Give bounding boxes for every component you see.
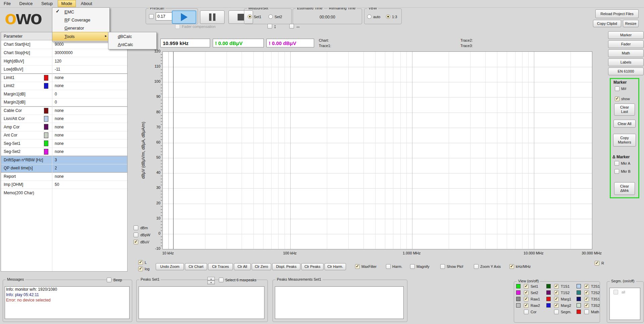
- peaks-measurements-listbox[interactable]: [275, 286, 404, 319]
- select-maxpeaks-checkbox[interactable]: [219, 278, 224, 282]
- view-marg1-checkbox[interactable]: [554, 297, 559, 301]
- param-row[interactable]: Seg-Set2none: [1, 148, 127, 156]
- clear-last-button[interactable]: Clear Last: [614, 104, 635, 116]
- set1-radio[interactable]: [248, 14, 252, 19]
- view-t3s1-checkbox[interactable]: [584, 297, 589, 301]
- param-row[interactable]: Seg-Set1none: [1, 139, 127, 148]
- fader-compensation-checkbox[interactable]: [175, 24, 180, 29]
- fader-tab-button[interactable]: Fader: [608, 40, 644, 48]
- set2-radio[interactable]: [268, 14, 273, 19]
- clear-delta-mrk-button[interactable]: Clear ΔMrk: [614, 182, 635, 195]
- menu-about[interactable]: About: [77, 0, 96, 7]
- view-t1s1-checkbox[interactable]: [554, 284, 559, 289]
- param-row[interactable]: Cable Cornone: [1, 106, 127, 115]
- vertical-fit-checkbox[interactable]: [267, 24, 272, 29]
- show-pk-checkbox[interactable]: [440, 264, 445, 269]
- clr-chart-button[interactable]: Clr Chart: [185, 263, 207, 270]
- play-button[interactable]: [172, 10, 196, 24]
- resize-button[interactable]: Resize: [623, 20, 639, 27]
- menu-mode[interactable]: Mode: [58, 0, 76, 7]
- beep-checkbox[interactable]: [107, 278, 111, 282]
- view-set2-checkbox[interactable]: [524, 290, 529, 295]
- param-row[interactable]: QP dwell time[s]2: [1, 164, 127, 172]
- view-cor-checkbox[interactable]: [524, 310, 529, 314]
- param-row[interactable]: Lisn/Att Cornone: [1, 115, 127, 123]
- displ-peaks-button[interactable]: Displ. Peaks: [272, 263, 300, 270]
- magnify-checkbox[interactable]: [410, 264, 415, 269]
- show-markers-checkbox[interactable]: [615, 96, 620, 101]
- maxfilter-checkbox[interactable]: [355, 264, 360, 269]
- param-row[interactable]: Limit2none: [1, 82, 127, 90]
- peaks-spinner-down[interactable]: ▼: [207, 281, 215, 284]
- labels-tab-button[interactable]: Labels: [608, 58, 644, 66]
- prescan-checkbox[interactable]: [149, 14, 154, 19]
- marker-tab-button[interactable]: Marker: [608, 31, 644, 39]
- vbw-auto-radio[interactable]: [367, 14, 371, 19]
- param-row[interactable]: Reportnone: [1, 172, 127, 180]
- clr-peaks-button[interactable]: Clr Peaks: [301, 263, 324, 270]
- param-row[interactable]: Ant Cornone: [1, 131, 127, 139]
- menu-item-emc[interactable]: ✓ EMC: [52, 8, 109, 16]
- view-raw2-checkbox[interactable]: [524, 303, 529, 308]
- en61000-tab-button[interactable]: EN 61000: [608, 68, 644, 75]
- param-row[interactable]: Low[dBuV]-11: [1, 65, 127, 74]
- menu-setup[interactable]: Setup: [38, 0, 56, 7]
- dbpw-checkbox[interactable]: [134, 233, 138, 237]
- param-row[interactable]: Amp Cornone: [1, 123, 127, 131]
- view-raw1-checkbox[interactable]: [524, 297, 529, 301]
- messages-listbox[interactable]: Info: monitor w/h: 1920/1080Info: play 0…: [5, 286, 130, 319]
- mkr-b-checkbox[interactable]: [614, 169, 619, 174]
- clr-traces-button[interactable]: Clr Traces: [208, 263, 233, 270]
- left-axis-checkbox[interactable]: [138, 260, 143, 265]
- mkr-a-checkbox[interactable]: [614, 161, 619, 166]
- view-t1s2-checkbox[interactable]: [554, 290, 559, 295]
- clr-all-button[interactable]: Clr All: [234, 263, 251, 270]
- undo-zoom-button[interactable]: Undo Zoom: [156, 263, 184, 270]
- zoom-y-axis-checkbox[interactable]: [474, 264, 479, 269]
- view-set1-checkbox[interactable]: [524, 284, 529, 289]
- dbm-checkbox[interactable]: [134, 226, 138, 230]
- vbw-13-radio[interactable]: [386, 14, 390, 19]
- dbuv-checkbox[interactable]: [134, 240, 138, 244]
- right-axis-checkbox[interactable]: [595, 261, 599, 266]
- param-row[interactable]: Chart Stop[Hz]30000000: [1, 49, 127, 57]
- math-tab-button[interactable]: Math: [608, 49, 644, 57]
- peaks-spinner-up[interactable]: ▲: [207, 277, 215, 281]
- view-math-checkbox[interactable]: [584, 310, 589, 314]
- khz-mhz-checkbox[interactable]: [509, 264, 514, 269]
- pause-button[interactable]: [200, 10, 225, 24]
- param-row[interactable]: Margin2[dB]0: [1, 98, 127, 107]
- menu-item-rf-coverage[interactable]: RF Coverage: [52, 16, 109, 24]
- copy-clipbd-button[interactable]: Copy Clipbd: [593, 20, 621, 27]
- menu-item-dbcalc[interactable]: dBCalc: [108, 32, 156, 40]
- m-number-checkbox[interactable]: [615, 86, 620, 91]
- param-row[interactable]: Imp [OHM]50: [1, 180, 127, 189]
- menu-item-generator[interactable]: Generator: [52, 24, 109, 32]
- horizontal-fit-checkbox[interactable]: [289, 24, 294, 29]
- log-scale-checkbox[interactable]: [138, 267, 143, 271]
- peaks-set1-listbox[interactable]: [139, 286, 264, 319]
- menu-file[interactable]: File: [0, 0, 14, 7]
- param-row[interactable]: Limit1none: [1, 73, 127, 82]
- harm-checkbox[interactable]: [386, 264, 391, 269]
- param-row[interactable]: DriftSpan n*RBW [Hz]3: [1, 156, 127, 164]
- view-t3s2-checkbox[interactable]: [584, 303, 589, 308]
- clr-harm-button[interactable]: Clr Harm.: [325, 263, 346, 270]
- copy-markers-button[interactable]: Copy Markers: [613, 134, 636, 147]
- menu-device[interactable]: Device: [16, 0, 37, 7]
- param-row[interactable]: High[dBuV]120: [1, 57, 127, 65]
- view-t2s2-checkbox[interactable]: [584, 290, 589, 295]
- marker-frequency-readout[interactable]: 10.959 kHz: [160, 39, 210, 47]
- segm-all-checkbox[interactable]: [613, 290, 618, 294]
- clear-all-button[interactable]: Clear All: [613, 120, 636, 128]
- view-segm-checkbox[interactable]: [554, 310, 559, 314]
- view-t2s1-checkbox[interactable]: [584, 284, 589, 289]
- menu-item-tools[interactable]: Tools ►: [52, 32, 109, 41]
- reload-project-files-button[interactable]: Reload Project Files: [595, 9, 639, 18]
- spectrum-plot-area[interactable]: [162, 51, 592, 249]
- menu-item-antcalc[interactable]: AntCalc: [108, 40, 156, 48]
- param-row[interactable]: Margin1[dB]0: [1, 90, 127, 98]
- view-marg2-checkbox[interactable]: [554, 303, 559, 308]
- clr-zero-button[interactable]: Clr Zero: [252, 263, 271, 270]
- param-row[interactable]: Memo(200 Char): [1, 189, 127, 197]
